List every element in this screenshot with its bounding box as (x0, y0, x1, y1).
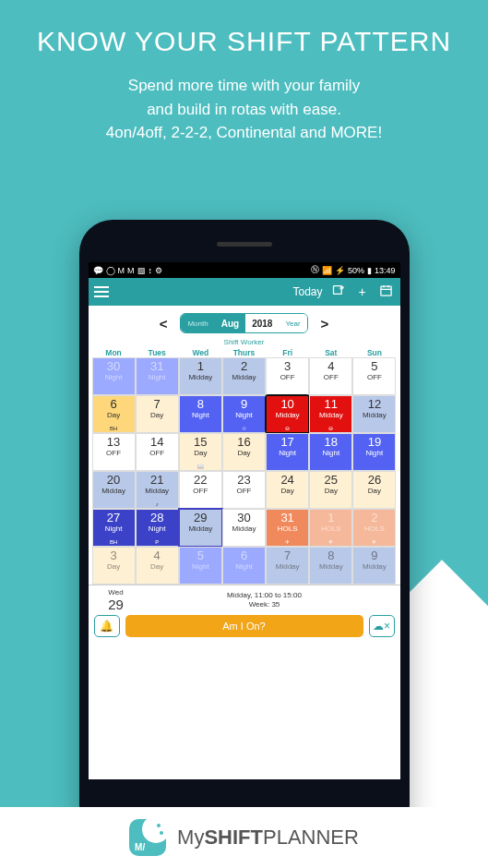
calendar-day[interactable]: 26Day (352, 471, 396, 509)
calendar-day[interactable]: 9Night☆ (222, 395, 266, 433)
day-number: 1 (197, 360, 204, 372)
calendar-day[interactable]: 14OFF (136, 433, 179, 471)
shift-label: Night (366, 449, 384, 457)
shift-label: Midday (363, 562, 387, 571)
day-number: 4 (327, 360, 334, 372)
calendar-icon[interactable] (378, 283, 395, 300)
current-month: Aug (215, 314, 245, 332)
calendar-day[interactable]: 5Night (179, 547, 222, 585)
day-number: 12 (368, 398, 381, 410)
day-badge-icon: ♪ (156, 501, 159, 507)
calendar-day[interactable]: 1HOLS✈ (309, 509, 352, 547)
calendar-day[interactable]: 9Midday (352, 547, 396, 585)
calendar-day[interactable]: 31HOLS✈ (266, 509, 309, 547)
menu-icon[interactable] (94, 286, 109, 297)
calendar-day[interactable]: 20Midday (92, 471, 136, 509)
day-number: 15 (194, 436, 207, 448)
calendar-day[interactable]: 11Midday⊖ (309, 395, 352, 433)
cloud-delete-button[interactable]: ☁× (369, 615, 395, 637)
shift-label: Night (279, 449, 296, 457)
calendar-day[interactable]: 21Midday♪ (136, 471, 179, 509)
calendar-day[interactable]: 16Day (222, 433, 266, 471)
calendar-day[interactable]: 5OFF (352, 357, 396, 395)
calendar-day[interactable]: 17Night (266, 433, 309, 471)
add-icon[interactable]: + (354, 284, 371, 299)
current-year: 2018 (245, 314, 279, 332)
calendar-day[interactable]: 15Day📖 (179, 433, 222, 471)
brand-name: MySHIFTPLANNER (177, 826, 359, 850)
calendar-day[interactable]: 22OFF (179, 471, 222, 509)
calendar-day[interactable]: 6Night (222, 547, 266, 585)
calendar-day[interactable]: 29Midday (179, 509, 222, 547)
next-month-button[interactable]: > (321, 316, 329, 332)
detail-info: Midday, 11:00 to 15:00 Week: 35 (137, 591, 393, 610)
profile-name[interactable]: Shift Worker (89, 337, 400, 348)
calendar-day[interactable]: 1Midday (179, 357, 222, 395)
shift-label: OFF (106, 449, 121, 457)
svg-rect-0 (334, 286, 342, 295)
app-toolbar: Today + (89, 278, 400, 306)
svg-rect-1 (381, 286, 391, 295)
day-number: 20 (107, 474, 120, 486)
clock: 13:49 (375, 266, 396, 275)
day-header: Mon (92, 348, 136, 357)
calendar-day[interactable]: 28NightP (136, 509, 179, 547)
day-badge-icon: P (155, 539, 159, 545)
calendar-day[interactable]: 25Day (309, 471, 352, 509)
calendar-day[interactable]: 24Day (266, 471, 309, 509)
shift-label: Midday (319, 411, 343, 419)
day-number: 5 (371, 360, 377, 372)
day-number: 13 (107, 436, 120, 448)
day-detail-bar: Wed 29 Midday, 11:00 to 15:00 Week: 35 (89, 585, 400, 612)
shift-label: Night (235, 562, 253, 571)
calendar-day[interactable]: 19Night (352, 433, 396, 471)
day-number: 9 (241, 398, 247, 410)
calendar-day[interactable]: 7Midday (266, 547, 309, 585)
calendar-day[interactable]: 6DayBH (92, 395, 136, 433)
calendar-day[interactable]: 31Night (136, 357, 179, 395)
calendar-day[interactable]: 18Night (309, 433, 352, 471)
reminder-button[interactable]: 🔔 (94, 615, 120, 637)
calendar-day[interactable]: 2HOLS✈ (352, 509, 396, 547)
calendar-day[interactable]: 2Midday (222, 357, 266, 395)
calendar-day[interactable]: 30Midday (222, 509, 266, 547)
calendar-day[interactable]: 10Midday⊖ (266, 395, 309, 433)
calendar-day[interactable]: 8Midday (309, 547, 352, 585)
calendar-day[interactable]: 3Day (92, 547, 136, 585)
edit-icon[interactable] (330, 283, 347, 300)
day-number: 8 (327, 549, 334, 561)
day-badge-icon: BH (110, 426, 117, 431)
calendar-day[interactable]: 3OFF (266, 357, 309, 395)
month-year-picker[interactable]: Month Aug 2018 Year (180, 313, 307, 333)
calendar-day[interactable]: 4OFF (309, 357, 352, 395)
day-number: 29 (194, 512, 207, 524)
day-number: 31 (280, 512, 293, 524)
calendar-day[interactable]: 13OFF (92, 433, 136, 471)
shift-label: Day (237, 449, 250, 457)
calendar-day[interactable]: 27NightBH (92, 509, 136, 547)
calendar-day[interactable]: 23OFF (222, 471, 266, 509)
shift-label: Day (194, 449, 207, 457)
shift-label: OFF (324, 373, 339, 381)
am-i-on-button[interactable]: Am I On? (125, 615, 363, 637)
calendar-day[interactable]: 7Day (136, 395, 179, 433)
today-button[interactable]: Today (292, 285, 322, 298)
shift-label: Midday (276, 562, 300, 571)
calendar-day[interactable]: 12Midday (352, 395, 396, 433)
day-number: 16 (237, 436, 250, 448)
app-screen: 💬◯MM▧↕⚙ Ⓝ📶⚡ 50% ▮ 13:49 Today + < (89, 262, 400, 779)
day-number: 5 (197, 549, 204, 561)
calendar-day[interactable]: 30Night (92, 357, 136, 395)
logo-initials: M/ (135, 842, 145, 852)
calendar-day[interactable]: 4Day (136, 547, 179, 585)
day-number: 17 (280, 436, 293, 448)
hero-line-3: 4on/4off, 2-2-2, Continental and MORE! (28, 121, 460, 145)
day-number: 4 (154, 549, 161, 561)
prev-month-button[interactable]: < (160, 316, 168, 332)
shift-label: Night (192, 562, 209, 571)
day-number: 22 (194, 474, 207, 486)
calendar-day[interactable]: 8Night (179, 395, 222, 433)
day-number: 7 (154, 398, 161, 410)
day-badge-icon: 📖 (197, 463, 204, 469)
status-bar: 💬◯MM▧↕⚙ Ⓝ📶⚡ 50% ▮ 13:49 (89, 262, 400, 278)
